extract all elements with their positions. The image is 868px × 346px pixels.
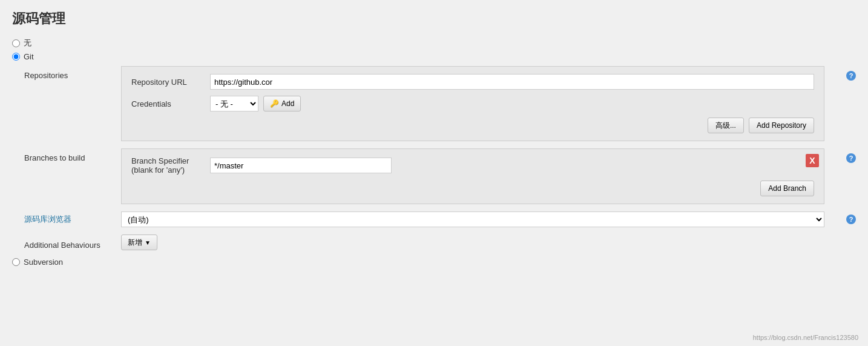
subversion-radio[interactable] bbox=[12, 258, 20, 266]
repositories-label: Repositories bbox=[24, 66, 121, 80]
branches-label: Branches to build bbox=[24, 148, 121, 162]
repository-url-input[interactable] bbox=[210, 74, 814, 90]
branch-specifier-input[interactable] bbox=[210, 158, 392, 173]
branches-content: X Branch Specifier (blank for 'any') Add… bbox=[121, 148, 824, 204]
subversion-label[interactable]: Subversion bbox=[24, 258, 63, 267]
repo-browser-select[interactable]: (自动) bbox=[121, 211, 824, 227]
none-radio-row: 无 bbox=[12, 38, 856, 48]
repo-button-row: 高级... Add Repository bbox=[131, 118, 814, 133]
branch-button-row: Add Branch bbox=[131, 181, 814, 196]
repo-browser-help-icon[interactable]: ? bbox=[846, 215, 856, 224]
none-radio[interactable] bbox=[12, 39, 20, 47]
page-container: 源码管理 无 Git Repositories Repository URL C… bbox=[0, 0, 868, 346]
repositories-help-wrapper: ? bbox=[843, 66, 856, 81]
page-title: 源码管理 bbox=[12, 10, 856, 28]
add-credentials-label: Add bbox=[281, 99, 294, 108]
dropdown-arrow-icon: ▼ bbox=[145, 239, 151, 246]
subversion-radio-row: Subversion bbox=[12, 258, 856, 267]
branches-help-icon[interactable]: ? bbox=[846, 153, 856, 163]
git-section: Repositories Repository URL Credentials … bbox=[24, 66, 856, 250]
add-repository-button[interactable]: Add Repository bbox=[749, 118, 814, 133]
delete-branch-button[interactable]: X bbox=[806, 154, 819, 167]
repositories-content: Repository URL Credentials - 无 - 🔑 Add bbox=[121, 66, 824, 141]
credentials-select[interactable]: - 无 - bbox=[210, 96, 258, 111]
add-new-label: 新增 bbox=[128, 238, 142, 248]
repositories-row: Repositories Repository URL Credentials … bbox=[24, 66, 856, 141]
credentials-label: Credentials bbox=[131, 99, 210, 108]
advanced-button[interactable]: 高级... bbox=[708, 118, 744, 133]
additional-behaviours-row: Additional Behaviours 新增 ▼ bbox=[24, 235, 856, 250]
branch-specifier-row: Branch Specifier (blank for 'any') bbox=[131, 156, 814, 175]
none-label[interactable]: 无 bbox=[24, 38, 31, 48]
git-radio[interactable] bbox=[12, 53, 20, 61]
additional-behaviours-label: Additional Behaviours bbox=[24, 236, 121, 250]
repositories-help-icon[interactable]: ? bbox=[846, 71, 856, 81]
branch-specifier-label: Branch Specifier (blank for 'any') bbox=[131, 156, 210, 175]
url-label: Repository URL bbox=[131, 78, 210, 87]
footer-link: https://blog.csdn.net/Francis123580 bbox=[753, 334, 858, 341]
git-label[interactable]: Git bbox=[24, 52, 34, 61]
add-new-behaviour-button[interactable]: 新增 ▼ bbox=[121, 235, 157, 250]
repo-browser-row: 源码库浏览器 (自动) ? bbox=[24, 211, 856, 227]
branches-help-wrapper: ? bbox=[843, 148, 856, 163]
key-icon: 🔑 bbox=[270, 99, 279, 108]
branches-row: Branches to build X Branch Specifier (bl… bbox=[24, 148, 856, 204]
git-radio-row: Git bbox=[12, 52, 856, 61]
credentials-row: Credentials - 无 - 🔑 Add bbox=[131, 96, 814, 111]
add-credentials-button[interactable]: 🔑 Add bbox=[263, 96, 301, 111]
add-branch-button[interactable]: Add Branch bbox=[760, 181, 814, 196]
credentials-controls: - 无 - 🔑 Add bbox=[210, 96, 301, 111]
url-row: Repository URL bbox=[131, 74, 814, 90]
repo-browser-label: 源码库浏览器 bbox=[24, 214, 121, 225]
